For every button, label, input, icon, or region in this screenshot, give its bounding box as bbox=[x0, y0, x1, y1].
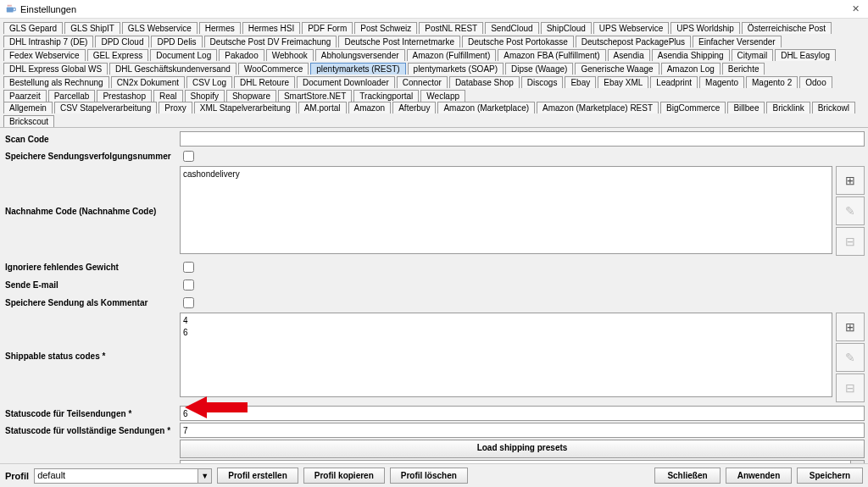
shippable-listbox[interactable]: 46 bbox=[180, 313, 832, 397]
tab-berichte[interactable]: Berichte bbox=[722, 63, 765, 75]
tab-fedex-webservice[interactable]: Fedex Webservice bbox=[3, 49, 86, 61]
tab-magento[interactable]: Magento bbox=[699, 76, 744, 88]
tab-shipcloud[interactable]: ShipCloud bbox=[541, 22, 592, 34]
tab-gls-shipit[interactable]: GLS ShipIT bbox=[64, 22, 120, 34]
subtab-amazon-marketplace-rest[interactable]: Amazon (Marketplace) REST bbox=[537, 102, 659, 113]
tab-prestashop[interactable]: Prestashop bbox=[97, 90, 152, 102]
complete-status-input[interactable] bbox=[180, 423, 865, 438]
tab-dhl-gesch-ftskundenversand[interactable]: DHL Geschäftskundenversand bbox=[109, 63, 236, 75]
tab-woocommerce[interactable]: WooCommerce bbox=[238, 63, 309, 75]
subtab-bricklink[interactable]: Bricklink bbox=[766, 102, 810, 113]
tab-sendcloud[interactable]: SendCloud bbox=[485, 22, 538, 34]
profil-combo[interactable]: default ▼ bbox=[34, 468, 212, 484]
tab-dpd-cloud[interactable]: DPD Cloud bbox=[95, 36, 149, 47]
add-icon[interactable]: ⊞ bbox=[836, 166, 865, 195]
tab-generische-waage[interactable]: Generische Waage bbox=[575, 63, 659, 75]
tab-csv-log[interactable]: CSV Log bbox=[186, 76, 232, 88]
subtab-brickscout[interactable]: Brickscout bbox=[3, 115, 54, 127]
delete-profile-button[interactable]: Profil löschen bbox=[390, 468, 468, 484]
list-item[interactable]: cashondelivery bbox=[183, 169, 829, 180]
tab-dipse-waage-[interactable]: Dipse (Waage) bbox=[505, 63, 573, 75]
tab-parcellab[interactable]: Parcellab bbox=[48, 90, 96, 102]
tab-shopify[interactable]: Shopify bbox=[185, 90, 225, 102]
copy-profile-button[interactable]: Profil kopieren bbox=[303, 468, 385, 484]
save-comment-checkbox[interactable] bbox=[183, 297, 194, 308]
save-button[interactable]: Speichern bbox=[797, 468, 863, 484]
partial-status-input[interactable] bbox=[180, 406, 865, 421]
tab-leadprint[interactable]: Leadprint bbox=[650, 76, 698, 88]
tab-plentymarkets-rest-[interactable]: plentymarkets (REST) bbox=[310, 63, 405, 75]
tab-real[interactable]: Real bbox=[153, 90, 183, 102]
create-profile-button[interactable]: Profil erstellen bbox=[217, 468, 298, 484]
tab-bestellung-als-rechnung[interactable]: Bestellung als Rechnung bbox=[3, 76, 109, 88]
cod-listbox[interactable]: cashondelivery bbox=[180, 166, 832, 254]
tab-amazon-log[interactable]: Amazon Log bbox=[661, 63, 721, 75]
edit-icon[interactable]: ✎ bbox=[836, 196, 865, 225]
tab-magento-2[interactable]: Magento 2 bbox=[746, 76, 798, 88]
tab-connector[interactable]: Connector bbox=[397, 76, 448, 88]
edit-icon[interactable]: ✎ bbox=[836, 343, 865, 372]
apply-button[interactable]: Anwenden bbox=[726, 468, 792, 484]
tab-ebay[interactable]: Ebay bbox=[565, 76, 596, 88]
subtab-amazon-marketplace-[interactable]: Amazon (Marketplace) bbox=[437, 102, 535, 113]
remove-icon[interactable]: ⊟ bbox=[836, 374, 865, 402]
tab--sterreichische-post[interactable]: Österreichische Post bbox=[742, 22, 832, 34]
tab-dhl-express-global-ws[interactable]: DHL Express Global WS bbox=[3, 63, 108, 75]
tab-deutsche-post-internetmarke[interactable]: Deutsche Post Internetmarke bbox=[338, 36, 460, 47]
subtab-brickowl[interactable]: Brickowl bbox=[812, 102, 855, 113]
tab-dhl-retoure[interactable]: DHL Retoure bbox=[234, 76, 295, 88]
tab-gel-express[interactable]: GEL Express bbox=[87, 49, 149, 61]
tab-pakadoo[interactable]: Pakadoo bbox=[219, 49, 264, 61]
tab-ebay-xml[interactable]: Ebay XML bbox=[598, 76, 648, 88]
tab-einfacher-versender[interactable]: Einfacher Versender bbox=[693, 36, 782, 47]
tab-gls-gepard[interactable]: GLS Gepard bbox=[3, 22, 63, 34]
tab-smartstore-net[interactable]: SmartStore.NET bbox=[278, 90, 352, 102]
tab-webhook[interactable]: Webhook bbox=[266, 49, 314, 61]
close-button[interactable]: Schließen bbox=[654, 468, 721, 484]
subtab-amazon[interactable]: Amazon bbox=[348, 102, 392, 113]
tab-asendia-shipping[interactable]: Asendia Shipping bbox=[652, 49, 730, 61]
tab-discogs[interactable]: Discogs bbox=[521, 76, 564, 88]
tab-hermes-hsi[interactable]: Hermes HSI bbox=[242, 22, 300, 34]
tab-plentymarkets-soap-[interactable]: plentymarkets (SOAP) bbox=[408, 63, 504, 75]
tab-document-downloader[interactable]: Document Downloader bbox=[297, 76, 395, 88]
subtab-billbee[interactable]: Billbee bbox=[727, 102, 765, 113]
tab-odoo[interactable]: Odoo bbox=[799, 76, 832, 88]
tab-cn2x-dokument[interactable]: CN2x Dokument bbox=[111, 76, 185, 88]
tab-post-schweiz[interactable]: Post Schweiz bbox=[354, 22, 417, 34]
tab-deutschepost-packageplus[interactable]: Deutschepost PackagePlus bbox=[576, 36, 691, 47]
tab-paarzeit[interactable]: Paarzeit bbox=[3, 90, 47, 102]
tab-deutsche-post-portokasse[interactable]: Deutsche Post Portokasse bbox=[462, 36, 574, 47]
tab-asendia[interactable]: Asendia bbox=[608, 49, 650, 61]
scan-code-input[interactable] bbox=[180, 131, 865, 147]
list-item[interactable]: 6 bbox=[183, 327, 829, 339]
subtab-bigcommerce[interactable]: BigCommerce bbox=[660, 102, 726, 113]
save-tracking-checkbox[interactable] bbox=[183, 151, 194, 162]
tab-postnl-rest[interactable]: PostNL REST bbox=[419, 22, 483, 34]
tab-deutsche-post-dv-freimachung[interactable]: Deutsche Post DV Freimachung bbox=[204, 36, 337, 47]
ignore-weight-checkbox[interactable] bbox=[183, 262, 194, 273]
subtab-allgemein[interactable]: Allgemein bbox=[3, 102, 53, 113]
subtab-afterbuy[interactable]: Afterbuy bbox=[392, 102, 436, 113]
subtab-proxy[interactable]: Proxy bbox=[159, 102, 192, 113]
tab-hermes[interactable]: Hermes bbox=[199, 22, 241, 34]
remove-icon[interactable]: ⊟ bbox=[836, 227, 865, 256]
add-icon[interactable]: ⊞ bbox=[836, 313, 865, 341]
tab-dpd-delis[interactable]: DPD Delis bbox=[151, 36, 202, 47]
subtab-xml-stapelverarbeitung[interactable]: XML Stapelverarbeitung bbox=[194, 102, 297, 113]
tab-citymail[interactable]: Citymail bbox=[732, 49, 774, 61]
tab-dhl-intraship-7-de-[interactable]: DHL Intraship 7 (DE) bbox=[3, 36, 93, 47]
tab-document-log[interactable]: Document Log bbox=[150, 49, 217, 61]
tab-gls-webservice[interactable]: GLS Webservice bbox=[122, 22, 198, 34]
load-presets-button[interactable]: Load shipping presets bbox=[180, 440, 865, 458]
subtab-am-portal[interactable]: AM.portal bbox=[298, 102, 347, 113]
tab-abholungsversender[interactable]: Abholungsversender bbox=[315, 49, 405, 61]
tab-shopware[interactable]: Shopware bbox=[226, 90, 276, 102]
tab-weclapp[interactable]: Weclapp bbox=[420, 90, 465, 102]
list-item[interactable]: 4 bbox=[183, 315, 829, 327]
subtab-csv-stapelverarbeitung[interactable]: CSV Stapelverarbeitung bbox=[54, 102, 157, 113]
tab-pdf-form[interactable]: PDF Form bbox=[302, 22, 353, 34]
tab-amazon-fba-fulfillment-[interactable]: Amazon FBA (Fulfillment) bbox=[498, 49, 605, 61]
tab-ups-webservice[interactable]: UPS Webservice bbox=[593, 22, 669, 34]
send-email-checkbox[interactable] bbox=[183, 279, 194, 291]
